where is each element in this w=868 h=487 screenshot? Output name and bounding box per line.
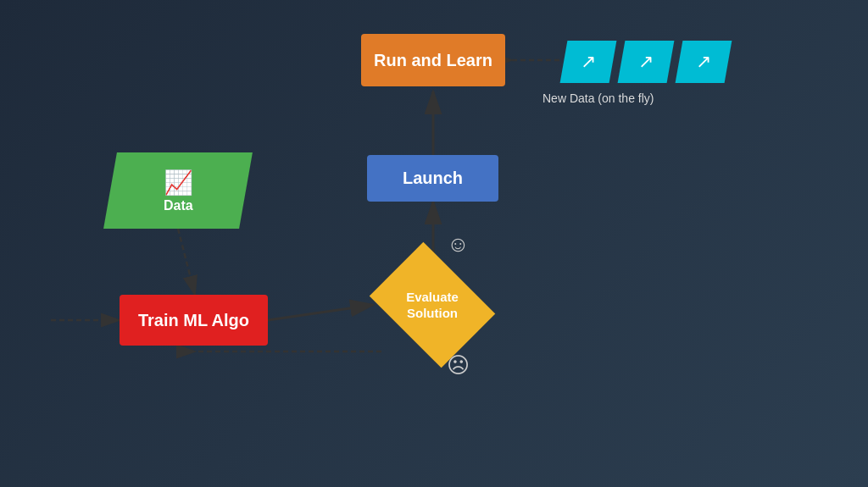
new-data-box-1: ↗ — [560, 41, 617, 83]
new-data-box-2: ↗ — [618, 41, 675, 83]
diagram-canvas: Run and Learn ↗ ↗ ↗ New Data (on the fly… — [0, 0, 868, 487]
data-to-trainml-arrow — [178, 229, 195, 295]
evaluate-diamond-wrapper: EvaluateSolution — [373, 263, 492, 347]
happy-smiley: ☺ — [447, 230, 470, 257]
sad-emoji: ☹ — [447, 352, 470, 378]
run-learn-label: Run and Learn — [374, 51, 492, 70]
train-ml-label: Train ML Algo — [138, 311, 249, 330]
trainml-to-evaluate-arrow — [268, 305, 373, 320]
launch-box: Launch — [367, 155, 498, 202]
new-data-icon-3: ↗ — [696, 51, 711, 73]
new-data-box-3: ↗ — [676, 41, 732, 83]
launch-label: Launch — [403, 169, 463, 188]
run-learn-box: Run and Learn — [361, 34, 505, 86]
data-box-content: 📈 Data — [164, 169, 193, 213]
evaluate-label: EvaluateSolution — [406, 289, 459, 322]
data-chart-icon: 📈 — [164, 169, 193, 196]
new-data-icon-1: ↗ — [581, 51, 596, 73]
happy-emoji: ☺ — [447, 231, 470, 257]
new-data-label: New Data (on the fly) — [542, 91, 654, 105]
train-ml-box: Train ML Algo — [120, 295, 268, 346]
data-label: Data — [164, 198, 193, 213]
data-box: 📈 Data — [103, 152, 253, 229]
new-data-icon-2: ↗ — [638, 51, 654, 73]
sad-smiley: ☹ — [447, 351, 470, 379]
